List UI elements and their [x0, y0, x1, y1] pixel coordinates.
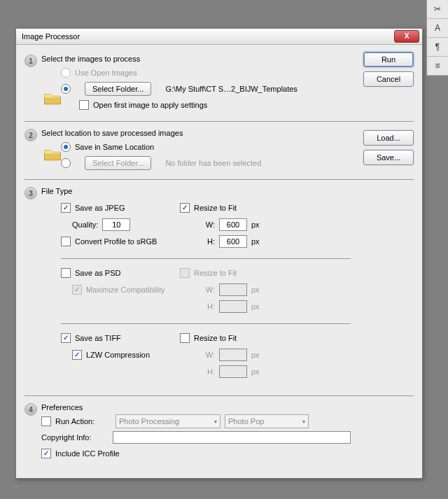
- psd-resize-checkbox: [180, 268, 190, 278]
- save-button[interactable]: Save...: [363, 150, 414, 165]
- section-preferences: 4 Preferences Run Action: Photo Processi…: [24, 400, 351, 467]
- section1-title: Select the images to process: [41, 55, 351, 63]
- select-source-folder-button[interactable]: Select Folder...: [85, 82, 151, 96]
- dest-path-label: No folder has been selected: [165, 159, 261, 167]
- save-as-tiff-label: Save as TIFF: [75, 334, 121, 342]
- folder-icon: [43, 88, 62, 108]
- psd-h-label: H:: [180, 302, 215, 311]
- use-open-images-label: Use Open Images: [75, 69, 137, 77]
- image-processor-dialog: Image Processor X Run Cancel Load... Sav…: [15, 28, 423, 479]
- jpeg-h-label: H:: [180, 237, 215, 246]
- psd-resize-label: Resize to Fit: [194, 269, 237, 277]
- run-action-checkbox[interactable]: [41, 416, 51, 426]
- convert-srgb-checkbox[interactable]: [61, 237, 71, 246]
- jpeg-height-input[interactable]: [219, 235, 247, 248]
- tool-icon-4[interactable]: ≡: [427, 57, 448, 76]
- tool-icon-2[interactable]: A: [427, 19, 448, 38]
- run-button[interactable]: Run: [363, 52, 414, 67]
- step-badge-1: 1: [24, 55, 37, 67]
- save-same-location-label: Save in Same Location: [75, 143, 154, 151]
- px-label: px: [251, 367, 264, 376]
- section-select-images: 1 Select the images to process Use Open …: [24, 52, 351, 118]
- include-icc-checkbox[interactable]: [41, 449, 51, 458]
- save-as-psd-checkbox[interactable]: [61, 268, 71, 278]
- save-same-location-radio[interactable]: [61, 142, 71, 152]
- tiff-height-input: [219, 365, 247, 378]
- psd-maxcompat-checkbox: [72, 285, 82, 295]
- psd-height-input: [219, 300, 247, 313]
- tiff-width-input: [219, 349, 247, 361]
- action-value: Photo Pop: [228, 417, 264, 426]
- tiff-lzw-checkbox[interactable]: [72, 350, 82, 360]
- copyright-label: Copyright Info:: [41, 433, 108, 442]
- tiff-w-label: W:: [180, 351, 215, 359]
- section-file-type: 3 File Type Save as JPEG Quality:: [24, 184, 351, 393]
- px-label: px: [251, 286, 264, 294]
- use-open-images-radio: [61, 68, 71, 78]
- save-as-tiff-checkbox[interactable]: [61, 333, 71, 343]
- tool-icon-1[interactable]: ✂: [427, 0, 448, 19]
- chevron-down-icon: ▾: [302, 419, 305, 425]
- psd-width-input: [219, 283, 247, 296]
- select-dest-folder-button[interactable]: Select Folder...: [85, 156, 151, 170]
- action-set-value: Photo Processing: [119, 417, 179, 426]
- right-tool-panel: ✂ A ¶ ≡: [426, 0, 448, 76]
- copyright-input[interactable]: [113, 431, 351, 444]
- px-label: px: [251, 351, 264, 359]
- action-set-select[interactable]: Photo Processing ▾: [115, 414, 220, 428]
- tiff-resize-label: Resize to Fit: [194, 334, 237, 342]
- tool-icon-3[interactable]: ¶: [427, 38, 448, 57]
- jpeg-w-label: W:: [180, 220, 215, 229]
- tiff-h-label: H:: [180, 367, 215, 376]
- step-badge-2: 2: [24, 129, 37, 141]
- save-as-jpeg-label: Save as JPEG: [75, 204, 125, 212]
- section4-title: Preferences: [41, 403, 351, 412]
- px-label: px: [251, 302, 264, 311]
- close-button[interactable]: X: [394, 30, 419, 43]
- jpeg-quality-label: Quality:: [72, 220, 98, 229]
- psd-w-label: W:: [180, 286, 215, 294]
- titlebar[interactable]: Image Processor X: [16, 29, 422, 45]
- load-button[interactable]: Load...: [363, 130, 414, 146]
- px-label: px: [251, 237, 264, 246]
- section3-title: File Type: [41, 187, 351, 195]
- section2-title: Select location to save processed images: [41, 129, 351, 137]
- include-icc-label: Include ICC Profile: [55, 449, 120, 458]
- folder-icon: [43, 144, 62, 164]
- save-as-jpeg-checkbox[interactable]: [61, 203, 71, 213]
- window-title: Image Processor: [22, 32, 394, 41]
- action-select[interactable]: Photo Pop ▾: [225, 414, 309, 428]
- tiff-lzw-label: LZW Compression: [86, 351, 150, 359]
- tiff-resize-checkbox[interactable]: [180, 333, 190, 343]
- save-other-folder-radio[interactable]: [61, 158, 71, 168]
- step-badge-3: 3: [24, 187, 37, 199]
- psd-maxcompat-label: Maximize Compatibility: [86, 286, 164, 294]
- source-path-label: G:\My Stuff\CT S…2_BIJW_Templates: [165, 85, 298, 93]
- run-action-label: Run Action:: [55, 417, 111, 426]
- cancel-button[interactable]: Cancel: [363, 71, 414, 87]
- jpeg-quality-input[interactable]: [102, 218, 130, 231]
- chevron-down-icon: ▾: [214, 419, 217, 425]
- jpeg-resize-checkbox[interactable]: [180, 203, 190, 213]
- convert-srgb-label: Convert Profile to sRGB: [75, 237, 157, 246]
- open-first-image-checkbox[interactable]: [79, 100, 89, 110]
- jpeg-width-input[interactable]: [219, 218, 247, 231]
- section-save-location: 2 Select location to save processed imag…: [24, 126, 351, 176]
- save-as-psd-label: Save as PSD: [75, 269, 120, 277]
- open-first-image-label: Open first image to apply settings: [93, 101, 207, 109]
- step-badge-4: 4: [24, 403, 37, 416]
- jpeg-resize-label: Resize to Fit: [194, 204, 237, 212]
- select-folder-radio[interactable]: [61, 84, 71, 94]
- dialog-action-column: Run Cancel Load... Save...: [363, 52, 414, 165]
- px-label: px: [251, 220, 264, 229]
